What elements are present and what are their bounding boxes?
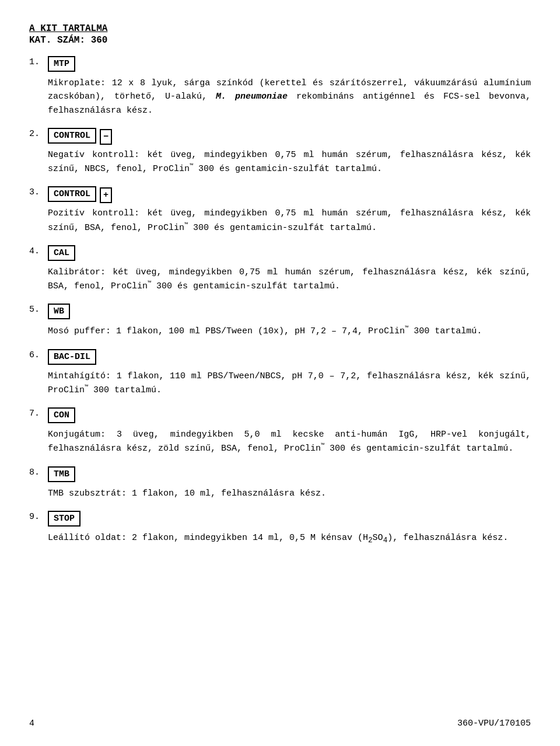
section-number-3: 3.: [29, 186, 48, 197]
section-2: 2. CONTROL − Negatív kontroll: két üveg,…: [29, 128, 531, 176]
badge-row-9: STOP: [48, 511, 531, 529]
section-5: 5. WB Mosó puffer: 1 flakon, 100 ml PBS/…: [29, 304, 531, 338]
badge-mtp: MTP: [48, 56, 75, 72]
section-body-9: Leállító oldat: 2 flakon, mindegyikben 1…: [48, 531, 531, 546]
footer-page-number: 4: [29, 719, 34, 728]
section-6: 6. BAC-DIL Mintahígító: 1 flakon, 110 ml…: [29, 349, 531, 398]
section-number-1: 1.: [29, 56, 48, 67]
section-body-2: Negatív kontroll: két üveg, mindegyikben…: [48, 148, 531, 176]
section-content-3: CONTROL + Pozitív kontroll: két üveg, mi…: [48, 186, 531, 235]
badge-symbol-pos: +: [100, 187, 112, 203]
section-content-5: WB Mosó puffer: 1 flakon, 100 ml PBS/Twe…: [48, 304, 531, 338]
section-8: 8. TMB TMB szubsztrát: 1 flakon, 10 ml, …: [29, 466, 531, 500]
section-1: 1. MTP Mikroplate: 12 x 8 lyuk, sárga sz…: [29, 56, 531, 117]
badge-symbol-neg: −: [100, 129, 112, 145]
section-content-6: BAC-DIL Mintahígító: 1 flakon, 110 ml PB…: [48, 349, 531, 398]
section-content-1: MTP Mikroplate: 12 x 8 lyuk, sárga színk…: [48, 56, 531, 117]
badge-cal: CAL: [48, 245, 75, 261]
section-body-1: Mikroplate: 12 x 8 lyuk, sárga színkód (…: [48, 76, 531, 117]
section-content-2: CONTROL − Negatív kontroll: két üveg, mi…: [48, 128, 531, 176]
badge-bac-dil: BAC-DIL: [48, 349, 96, 365]
section-body-8: TMB szubsztrát: 1 flakon, 10 ml, felhasz…: [48, 487, 531, 500]
section-body-4: Kalibrátor: két üveg, mindegyikben 0,75 …: [48, 266, 531, 294]
badge-control-neg: CONTROL: [48, 128, 96, 144]
badge-wb: WB: [48, 304, 70, 319]
section-content-7: CON Konjugátum: 3 üveg, mindegyikben 5,0…: [48, 407, 531, 456]
section-9: 9. STOP Leállító oldat: 2 flakon, mindeg…: [29, 511, 531, 546]
section-number-8: 8.: [29, 466, 48, 477]
section-number-7: 7.: [29, 407, 48, 419]
badge-row-8: TMB: [48, 466, 531, 484]
kat-value: 360: [91, 35, 108, 46]
badge-row-1: MTP: [48, 56, 531, 74]
section-content-8: TMB TMB szubsztrát: 1 flakon, 10 ml, fel…: [48, 466, 531, 500]
badge-control-pos: CONTROL: [48, 186, 96, 202]
footer: 4 360-VPU/170105: [0, 719, 560, 728]
badge-row-5: WB: [48, 304, 531, 322]
badge-row-6: BAC-DIL: [48, 349, 531, 367]
badge-row-3: CONTROL +: [48, 186, 531, 204]
badge-con: CON: [48, 407, 75, 423]
section-number-9: 9.: [29, 511, 48, 522]
badge-row-2: CONTROL −: [48, 128, 531, 146]
section-body-3: Pozitív kontroll: két üveg, mindegyikben…: [48, 207, 531, 235]
footer-doc-number: 360-VPU/170105: [457, 719, 531, 728]
section-number-4: 4.: [29, 245, 48, 256]
section-body-6: Mintahígító: 1 flakon, 110 ml PBS/Tween/…: [48, 369, 531, 398]
badge-tmb: TMB: [48, 466, 75, 482]
section-body-7: Konjugátum: 3 üveg, mindegyikben 5,0 ml …: [48, 428, 531, 456]
badge-row-7: CON: [48, 407, 531, 426]
section-7: 7. CON Konjugátum: 3 üveg, mindegyikben …: [29, 407, 531, 456]
badge-row-4: CAL: [48, 245, 531, 263]
kat-szam: KAT. SZÁM: 360: [29, 35, 531, 46]
section-number-5: 5.: [29, 304, 48, 315]
badge-stop: STOP: [48, 511, 80, 527]
section-number-6: 6.: [29, 349, 48, 360]
section-body-5: Mosó puffer: 1 flakon, 100 ml PBS/Tween …: [48, 324, 531, 338]
section-4: 4. CAL Kalibrátor: két üveg, mindegyikbe…: [29, 245, 531, 294]
section-number-2: 2.: [29, 128, 48, 139]
section-3: 3. CONTROL + Pozitív kontroll: két üveg,…: [29, 186, 531, 235]
page-title: A KIT TARTALMA: [29, 23, 531, 34]
section-content-4: CAL Kalibrátor: két üveg, mindegyikben 0…: [48, 245, 531, 294]
kat-label: KAT. SZÁM:: [29, 35, 85, 46]
section-content-9: STOP Leállító oldat: 2 flakon, mindegyik…: [48, 511, 531, 546]
